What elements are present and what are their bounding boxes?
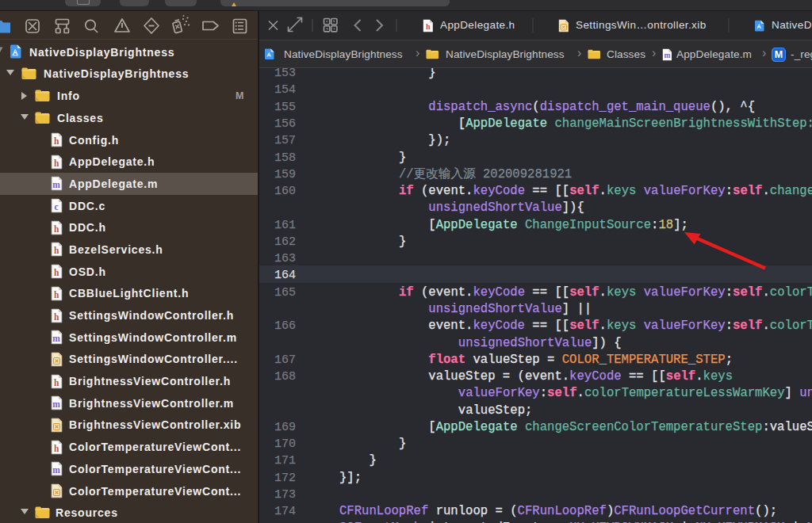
svg-text:h: h xyxy=(54,312,59,322)
svg-text:M: M xyxy=(775,49,783,60)
svg-text:m: m xyxy=(52,465,60,475)
svg-text:h: h xyxy=(54,136,59,146)
svg-text:h: h xyxy=(54,444,59,453)
svg-text:h: h xyxy=(54,158,59,168)
svg-text:h: h xyxy=(54,268,59,277)
svg-text:m: m xyxy=(52,399,60,409)
svg-text:c: c xyxy=(55,202,59,212)
svg-text:h: h xyxy=(54,290,59,300)
svg-text:h: h xyxy=(54,378,59,387)
svg-text:h: h xyxy=(426,22,431,31)
svg-text:h: h xyxy=(54,224,59,234)
svg-text:m: m xyxy=(664,52,670,59)
svg-text:h: h xyxy=(54,246,59,255)
svg-text:m: m xyxy=(52,334,60,343)
svg-text:m: m xyxy=(52,180,60,189)
